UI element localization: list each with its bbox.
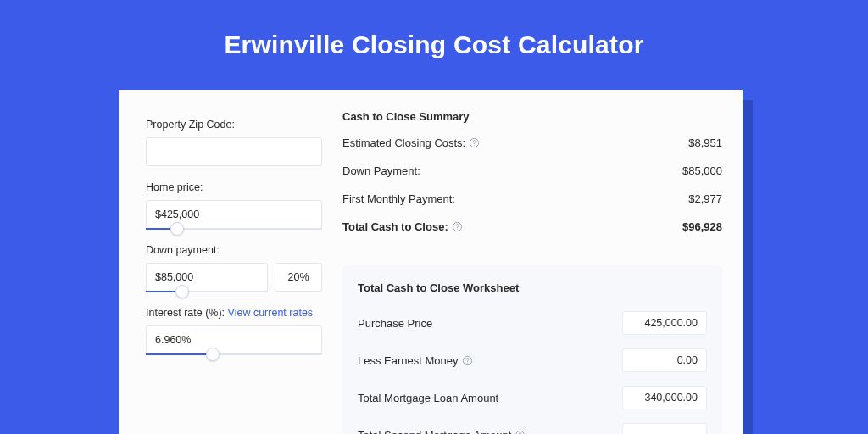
zip-input[interactable] bbox=[146, 137, 322, 166]
summary-value: $85,000 bbox=[682, 164, 722, 177]
down-payment-field-block: Down payment: 20% bbox=[146, 244, 322, 292]
home-price-field-block: Home price: bbox=[146, 181, 322, 229]
worksheet-label: Less Earnest Money bbox=[358, 354, 459, 367]
interest-field-block: Interest rate (%): View current rates bbox=[146, 307, 322, 354]
help-icon[interactable] bbox=[462, 355, 473, 366]
worksheet-label: Total Mortgage Loan Amount bbox=[358, 392, 498, 404]
summary-label: First Monthly Payment: bbox=[342, 192, 455, 205]
slider-thumb[interactable] bbox=[170, 222, 184, 236]
summary-row-down-payment: Down Payment: $85,000 bbox=[342, 164, 722, 177]
down-payment-percent[interactable]: 20% bbox=[275, 263, 322, 292]
worksheet-heading: Total Cash to Close Worksheet bbox=[358, 281, 707, 294]
summary-value: $2,977 bbox=[688, 192, 722, 205]
svg-point-5 bbox=[466, 362, 467, 363]
worksheet-row-mortgage-loan: Total Mortgage Loan Amount 340,000.00 bbox=[358, 386, 707, 409]
home-price-slider[interactable] bbox=[146, 200, 322, 229]
worksheet-row-second-mortgage: Total Second Mortgage Amount bbox=[358, 423, 707, 434]
summary-label: Estimated Closing Costs: bbox=[342, 136, 465, 149]
svg-point-3 bbox=[457, 229, 458, 230]
summary-total-value: $96,928 bbox=[682, 220, 722, 233]
interest-input[interactable] bbox=[146, 326, 322, 354]
summary-row-closing-costs: Estimated Closing Costs: $8,951 bbox=[342, 136, 722, 149]
interest-label: Interest rate (%): bbox=[146, 307, 225, 319]
summary-row-first-payment: First Monthly Payment: $2,977 bbox=[342, 192, 722, 205]
inputs-column: Property Zip Code: Home price: Down paym… bbox=[119, 90, 322, 434]
summary-block: Cash to Close Summary Estimated Closing … bbox=[342, 110, 722, 254]
calculator-card: Property Zip Code: Home price: Down paym… bbox=[119, 90, 743, 434]
down-payment-input[interactable] bbox=[146, 263, 268, 292]
summary-label: Down Payment: bbox=[342, 164, 420, 177]
summary-total-label: Total Cash to Close: bbox=[342, 220, 448, 233]
worksheet-label: Total Second Mortgage Amount bbox=[358, 429, 511, 435]
help-icon[interactable] bbox=[469, 137, 480, 148]
worksheet-value[interactable]: 425,000.00 bbox=[622, 311, 707, 335]
worksheet-value[interactable]: 340,000.00 bbox=[622, 386, 707, 409]
slider-thumb[interactable] bbox=[206, 348, 220, 361]
view-rates-link[interactable]: View current rates bbox=[228, 307, 314, 319]
help-icon[interactable] bbox=[515, 430, 526, 435]
help-icon[interactable] bbox=[452, 221, 463, 232]
page-title: Erwinville Closing Cost Calculator bbox=[0, 0, 868, 83]
results-column: Cash to Close Summary Estimated Closing … bbox=[322, 90, 743, 434]
interest-slider[interactable] bbox=[146, 326, 322, 354]
summary-row-total: Total Cash to Close: $96,928 bbox=[342, 220, 722, 233]
worksheet-row-earnest-money: Less Earnest Money 0.00 bbox=[358, 348, 707, 372]
zip-field-block: Property Zip Code: bbox=[146, 119, 322, 166]
worksheet-block: Total Cash to Close Worksheet Purchase P… bbox=[342, 266, 722, 434]
slider-thumb[interactable] bbox=[175, 285, 189, 298]
summary-heading: Cash to Close Summary bbox=[342, 110, 722, 123]
home-price-label: Home price: bbox=[146, 181, 322, 193]
worksheet-value[interactable]: 0.00 bbox=[622, 348, 707, 372]
zip-label: Property Zip Code: bbox=[146, 119, 322, 131]
worksheet-row-purchase-price: Purchase Price 425,000.00 bbox=[358, 311, 707, 335]
svg-point-1 bbox=[474, 145, 475, 146]
slider-fill bbox=[146, 353, 213, 355]
down-payment-slider[interactable] bbox=[146, 263, 268, 292]
down-payment-label: Down payment: bbox=[146, 244, 322, 256]
summary-value: $8,951 bbox=[688, 136, 722, 149]
worksheet-label: Purchase Price bbox=[358, 317, 432, 330]
interest-label-row: Interest rate (%): View current rates bbox=[146, 307, 322, 319]
worksheet-value[interactable] bbox=[622, 423, 707, 434]
